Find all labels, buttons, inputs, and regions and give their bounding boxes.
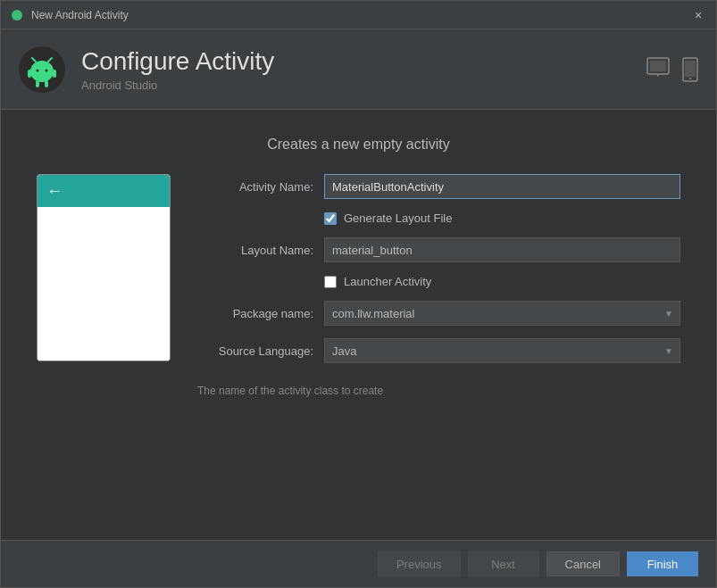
form-panel: Activity Name: Generate Layout File Layo… [197,174,680,522]
launcher-activity-checkbox[interactable] [324,276,337,288]
svg-rect-9 [36,80,39,87]
window-title: New Android Activity [31,9,689,21]
generate-layout-checkbox[interactable] [324,212,337,225]
svg-rect-15 [685,61,696,77]
layout-name-label: Layout Name: [197,244,313,257]
app-subtitle: Android Studio [81,79,646,92]
activity-name-label: Activity Name: [197,180,313,194]
device-icons [646,57,698,82]
svg-rect-12 [650,61,666,71]
window-icon [10,8,24,22]
svg-point-3 [37,69,39,71]
svg-rect-8 [53,70,56,78]
svg-point-2 [30,61,54,82]
launcher-activity-row: Launcher Activity [324,275,680,288]
package-name-select[interactable]: com.llw.material [324,301,680,326]
preview-panel: ← [37,174,171,522]
generate-layout-label[interactable]: Generate Layout File [344,211,452,225]
generate-layout-row: Generate Layout File [324,211,680,225]
main-area: ← Activity Name: Generate Layout File [37,174,680,522]
title-bar: New Android Activity × [1,1,716,29]
back-arrow-icon: ← [46,182,63,201]
android-logo [19,46,65,93]
svg-rect-10 [45,80,48,87]
page-title: Configure Activity [81,46,646,77]
activity-name-input[interactable] [324,174,680,199]
package-name-row: Package name: com.llw.material ▼ [197,301,680,326]
phone-preview: ← [37,174,171,361]
phone-body [38,207,170,360]
activity-name-row: Activity Name: [197,174,680,199]
launcher-activity-label[interactable]: Launcher Activity [344,275,431,288]
main-window: New Android Activity × [0,0,717,588]
svg-point-13 [657,74,659,76]
phone-topbar: ← [38,175,170,207]
section-title: Creates a new empty activity [37,137,680,153]
source-language-label: Source Language: [197,344,313,358]
hint-text: The name of the activity class to create [197,385,680,397]
svg-point-0 [12,10,22,21]
package-name-wrapper: com.llw.material ▼ [324,301,680,326]
layout-name-input[interactable] [324,237,680,262]
layout-name-row: Layout Name: [197,237,680,262]
package-name-label: Package name: [197,307,313,320]
content-area: Creates a new empty activity ← Activity … [1,110,716,540]
svg-point-4 [46,69,48,71]
source-language-row: Source Language: Java Kotlin ▼ [197,338,680,363]
header: Configure Activity Android Studio [1,29,716,110]
previous-button[interactable]: Previous [378,551,461,576]
cancel-button[interactable]: Cancel [546,551,620,576]
source-language-select[interactable]: Java Kotlin [324,338,680,363]
header-text: Configure Activity Android Studio [81,46,646,92]
next-button[interactable]: Next [468,551,539,576]
svg-point-16 [689,78,691,79]
close-button[interactable]: × [689,6,707,24]
hint-prefix: The name of the activity class to create [197,385,383,397]
footer: Previous Next Cancel Finish [1,540,716,587]
svg-rect-7 [28,70,31,78]
source-language-wrapper: Java Kotlin ▼ [324,338,680,363]
finish-button[interactable]: Finish [627,551,698,576]
